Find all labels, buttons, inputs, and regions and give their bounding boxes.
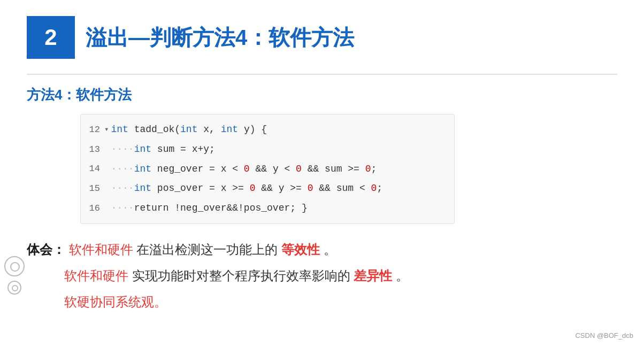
header-divider xyxy=(27,74,617,75)
line-arrow-14 xyxy=(104,163,109,175)
line-content-13: ····int sum = x+y; xyxy=(111,142,214,157)
section-title: 方法4：软件方法 xyxy=(27,86,617,104)
code-line-15: 15 ····int pos_over = x >= 0 && y >= 0 &… xyxy=(81,179,454,198)
deco-circle-1-inner xyxy=(10,262,20,272)
line-arrow-16 xyxy=(104,202,109,214)
line-num-14: 14 xyxy=(81,161,100,176)
slide-number: 2 xyxy=(44,25,57,50)
decorative-circles xyxy=(4,256,31,304)
deco-circle-2 xyxy=(7,281,21,295)
line-arrow-15 xyxy=(104,183,109,195)
line-arrow-12: ▾ xyxy=(104,124,109,135)
deco-circle-1 xyxy=(4,256,25,276)
header: 2 溢出—判断方法4：软件方法 xyxy=(27,16,617,59)
body-line2-part4: 。 xyxy=(396,268,409,283)
line-num-12: 12 xyxy=(81,122,100,137)
line-num-13: 13 xyxy=(81,142,100,157)
line-num-16: 16 xyxy=(81,201,100,215)
header-title: 溢出—判断方法4：软件方法 xyxy=(86,23,354,52)
code-line-14: 14 ····int neg_over = x < 0 && y < 0 && … xyxy=(81,159,454,179)
body-label: 体会： xyxy=(27,242,65,257)
body-line1-part4: 。 xyxy=(324,242,336,257)
body-line2-part1: 软件和硬件 xyxy=(64,268,128,283)
line-content-12: int tadd_ok(int x, int y) { xyxy=(111,122,267,137)
body-line1-part2: 在溢出检测这一功能上的 xyxy=(136,242,278,257)
code-line-16: 16 ····return !neg_over&&!pos_over; } xyxy=(81,198,454,218)
watermark: CSDN @BOF_dcb xyxy=(575,331,633,340)
number-badge: 2 xyxy=(27,16,75,59)
code-block: 12 ▾ int tadd_ok(int x, int y) { 13 ····… xyxy=(80,114,455,224)
body-line-2: 软件和硬件 实现功能时对整个程序执行效率影响的 差异性 。 xyxy=(64,265,617,287)
body-line2-part3: 差异性 xyxy=(354,268,392,283)
deco-circle-2-inner xyxy=(12,285,18,291)
body-line1-part3: 等效性 xyxy=(281,242,320,257)
body-section: 体会： 软件和硬件 在溢出检测这一功能上的 等效性 。 软件和硬件 实现功能时对… xyxy=(27,239,617,313)
body-line2-part2: 实现功能时对整个程序执行效率影响的 xyxy=(132,268,350,283)
body-line-1: 体会： 软件和硬件 在溢出检测这一功能上的 等效性 。 xyxy=(27,239,617,261)
line-content-15: ····int pos_over = x >= 0 && y >= 0 && s… xyxy=(111,181,382,196)
body-line-3: 软硬协同系统观。 xyxy=(64,291,617,313)
slide-container: 2 溢出—判断方法4：软件方法 方法4：软件方法 12 ▾ int tadd_o… xyxy=(0,0,644,347)
line-arrow-13 xyxy=(104,143,109,155)
body-line1-part1: 软件和硬件 xyxy=(69,242,133,257)
line-content-16: ····return !neg_over&&!pos_over; } xyxy=(111,201,307,216)
body-line3: 软硬协同系统观。 xyxy=(64,295,167,309)
code-line-13: 13 ····int sum = x+y; xyxy=(81,140,454,159)
line-content-14: ····int neg_over = x < 0 && y < 0 && sum… xyxy=(111,161,377,177)
code-line-12: 12 ▾ int tadd_ok(int x, int y) { xyxy=(81,120,454,140)
line-num-15: 15 xyxy=(81,181,100,196)
